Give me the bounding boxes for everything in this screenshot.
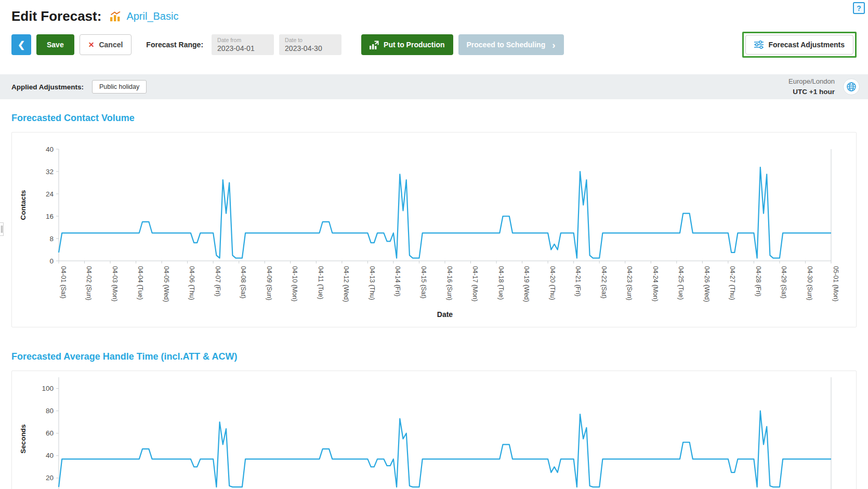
svg-text:8: 8: [49, 235, 54, 243]
svg-text:04-11 (Tue): 04-11 (Tue): [317, 266, 324, 299]
svg-text:04-21 (Fri): 04-21 (Fri): [574, 266, 582, 296]
proceed-to-scheduling-label: Proceed to Scheduling: [467, 41, 546, 49]
svg-text:04-04 (Tue): 04-04 (Tue): [137, 266, 144, 300]
svg-text:80: 80: [46, 407, 54, 415]
svg-text:Date: Date: [437, 310, 453, 319]
average-handle-time-chart-container: 2040608010004-01 (Sat)04-02 (Sun)04-03 (…: [11, 371, 857, 489]
forecast-range-label: Forecast Range:: [146, 41, 203, 49]
date-from-label: Date from: [217, 37, 268, 43]
svg-text:04-03 (Mon): 04-03 (Mon): [111, 266, 119, 301]
timezone-region: Europe/London: [788, 77, 835, 87]
svg-text:04-26 (Wed): 04-26 (Wed): [703, 266, 711, 302]
average-handle-time-chart[interactable]: 2040608010004-01 (Sat)04-02 (Sun)04-03 (…: [12, 371, 856, 489]
svg-text:04-15 (Sat): 04-15 (Sat): [420, 266, 427, 299]
save-button[interactable]: Save: [36, 34, 74, 55]
date-to-field[interactable]: Date to 2023-04-30: [279, 34, 341, 55]
page-header: Edit Forecast: April_Basic: [0, 0, 868, 27]
back-button[interactable]: ❮: [11, 34, 31, 55]
close-icon: ✕: [88, 41, 95, 49]
contact-volume-chart[interactable]: 081624324004-01 (Sat)04-02 (Sun)04-03 (M…: [12, 133, 856, 327]
section-title-average-handle-time: Forecasted Average Handle Time (incl.ATT…: [11, 351, 868, 362]
svg-text:40: 40: [46, 452, 54, 459]
cancel-label: Cancel: [99, 41, 123, 49]
svg-text:04-24 (Mon): 04-24 (Mon): [652, 266, 659, 301]
svg-text:04-05 (Wed): 04-05 (Wed): [163, 266, 170, 302]
svg-text:24: 24: [46, 190, 54, 198]
svg-text:04-14 (Fri): 04-14 (Fri): [394, 266, 401, 296]
svg-text:20: 20: [46, 474, 54, 482]
svg-text:04-23 (Sun): 04-23 (Sun): [626, 266, 633, 300]
svg-text:04-06 (Thu): 04-06 (Thu): [188, 266, 195, 300]
svg-text:Contacts: Contacts: [19, 190, 27, 220]
svg-text:Seconds: Seconds: [19, 424, 27, 453]
svg-text:04-30 (Sun): 04-30 (Sun): [806, 266, 813, 300]
svg-text:100: 100: [42, 385, 54, 392]
svg-text:04-09 (Sun): 04-09 (Sun): [266, 266, 273, 300]
applied-adjustments-bar: Applied Adjustments: Public holiday Euro…: [0, 74, 868, 99]
svg-text:32: 32: [46, 168, 54, 176]
help-icon[interactable]: ?: [853, 2, 865, 14]
proceed-to-scheduling-button[interactable]: Proceed to Scheduling ›: [458, 34, 564, 55]
svg-text:04-22 (Sat): 04-22 (Sat): [600, 266, 608, 299]
put-to-production-label: Put to Production: [384, 41, 444, 49]
svg-text:04-19 (Wed): 04-19 (Wed): [523, 266, 530, 302]
left-panel-handle[interactable]: [0, 222, 4, 236]
forecast-adjustments-highlight-box: Forecast Adjustments: [742, 32, 857, 58]
applied-adjustments-label: Applied Adjustments:: [11, 83, 84, 91]
svg-text:04-25 (Tue): 04-25 (Tue): [677, 266, 685, 300]
svg-text:0: 0: [49, 257, 54, 265]
cancel-button[interactable]: ✕ Cancel: [80, 34, 132, 55]
date-from-field[interactable]: Date from 2023-04-01: [212, 34, 274, 55]
svg-text:04-20 (Thu): 04-20 (Thu): [549, 266, 556, 300]
chevron-left-icon: ❮: [18, 39, 25, 50]
forecast-chart-icon: [110, 11, 121, 21]
svg-text:04-07 (Fri): 04-07 (Fri): [214, 266, 221, 296]
chevron-right-icon: ›: [552, 40, 555, 50]
svg-text:04-13 (Thu): 04-13 (Thu): [369, 266, 376, 300]
svg-text:16: 16: [46, 213, 54, 220]
forecast-adjustments-button[interactable]: Forecast Adjustments: [745, 35, 853, 55]
globe-icon: [846, 82, 857, 92]
adjustment-chip-public-holiday[interactable]: Public holiday: [92, 80, 147, 94]
svg-text:04-18 (Tue): 04-18 (Tue): [497, 266, 505, 300]
svg-text:04-17 (Mon): 04-17 (Mon): [471, 266, 479, 301]
timezone-offset: UTC +1 hour: [788, 87, 835, 97]
svg-text:04-27 (Thu): 04-27 (Thu): [729, 266, 736, 300]
contact-volume-chart-container: 081624324004-01 (Sat)04-02 (Sun)04-03 (M…: [11, 132, 857, 327]
forecast-adjustments-label: Forecast Adjustments: [768, 41, 845, 49]
toolbar: ❮ Save ✕ Cancel Forecast Range: Date fro…: [0, 27, 868, 64]
sliders-icon: [754, 41, 764, 49]
svg-text:05-01 (Mon): 05-01 (Mon): [832, 266, 839, 301]
section-title-contact-volume: Forecasted Contact Volume: [11, 113, 868, 124]
date-to-label: Date to: [285, 37, 336, 43]
svg-text:04-28 (Fri): 04-28 (Fri): [755, 266, 762, 296]
svg-text:04-01 (Sat): 04-01 (Sat): [60, 266, 67, 299]
timezone-info: Europe/London UTC +1 hour: [788, 77, 835, 97]
page-title: Edit Forecast:: [11, 8, 101, 24]
date-from-value: 2023-04-01: [217, 44, 268, 52]
production-chart-icon: [370, 41, 379, 49]
put-to-production-button[interactable]: Put to Production: [361, 34, 453, 55]
svg-text:04-29 (Sat): 04-29 (Sat): [780, 266, 787, 299]
svg-text:04-02 (Sun): 04-02 (Sun): [85, 266, 93, 300]
svg-text:04-08 (Sat): 04-08 (Sat): [240, 266, 247, 299]
svg-text:04-16 (Sun): 04-16 (Sun): [446, 266, 453, 300]
forecast-name: April_Basic: [126, 10, 178, 22]
timezone-globe-button[interactable]: [843, 78, 860, 95]
svg-text:60: 60: [46, 429, 54, 437]
svg-text:04-10 (Mon): 04-10 (Mon): [291, 266, 298, 301]
date-to-value: 2023-04-30: [285, 44, 336, 52]
svg-text:04-12 (Wed): 04-12 (Wed): [343, 266, 350, 302]
svg-text:40: 40: [46, 146, 54, 153]
